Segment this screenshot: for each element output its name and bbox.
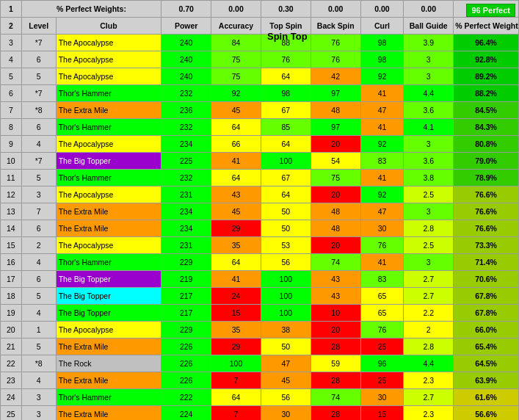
- topspin-cell: 64: [261, 68, 311, 85]
- ballguide-cell: 2: [404, 322, 454, 338]
- accuracy-cell: 66: [211, 136, 261, 153]
- row-num: 4: [1, 51, 22, 68]
- curl-cell: 47: [360, 102, 404, 119]
- power-cell: 231: [161, 187, 211, 203]
- table-row: 22 *8 The Rock 226 100 47 59 96 4.4 64.5…: [1, 355, 519, 372]
- curl-cell: 41: [360, 254, 404, 271]
- ballguide-cell: 2.5: [404, 187, 454, 203]
- backspin-cell: 74: [311, 254, 360, 271]
- row-num: 23: [1, 372, 22, 389]
- curl-cell: 65: [360, 288, 404, 305]
- accuracy-cell: 15: [211, 305, 261, 322]
- weight-power: 0.70: [161, 1, 211, 18]
- backspin-cell: 42: [311, 68, 360, 85]
- ballguide-cell: 4.4: [404, 85, 454, 102]
- topspin-cell: 100: [261, 288, 311, 305]
- club-cell: The Big Topper: [56, 305, 161, 322]
- topspin-cell: 50: [261, 220, 311, 237]
- backspin-cell: 28: [311, 338, 360, 355]
- level-cell: *7: [21, 153, 56, 170]
- accuracy-cell: 64: [211, 254, 261, 271]
- table-row: 13 7 The Extra Mile 234 45 50 48 47 3 76…: [1, 203, 519, 220]
- accuracy-cell: 41: [211, 271, 261, 288]
- club-cell: The Apocalypse: [56, 68, 161, 85]
- row-num: 8: [1, 119, 22, 136]
- club-cell: Thor's Hammer: [56, 170, 161, 187]
- level-cell: 2: [21, 237, 56, 254]
- table-row: 20 1 The Apocalypse 229 35 38 20 76 2 66…: [1, 322, 519, 338]
- club-cell: Thor's Hammer: [56, 85, 161, 102]
- curl-cell: 30: [360, 220, 404, 237]
- power-cell: 229: [161, 322, 211, 338]
- topspin-cell: 50: [261, 203, 311, 220]
- topspin-cell: 56: [261, 254, 311, 271]
- power-cell: 225: [161, 153, 211, 170]
- col-headers-row: 2 Level Club Power Accuracy Top Spin Bac…: [1, 18, 519, 35]
- club-cell: The Apocalypse: [56, 322, 161, 338]
- ballguide-cell: 2.5: [404, 237, 454, 254]
- level-cell: 3: [21, 406, 56, 421]
- table-row: 5 5 The Apocalypse 240 75 64 42 92 3 89.…: [1, 68, 519, 85]
- power-cell: 224: [161, 406, 211, 421]
- row-num: 10: [1, 153, 22, 170]
- row-num: 19: [1, 305, 22, 322]
- level-cell: 4: [21, 254, 56, 271]
- level-cell: 1: [21, 322, 56, 338]
- table-row: 23 4 The Extra Mile 226 7 45 28 25 2.3 6…: [1, 372, 519, 389]
- accuracy-cell: 75: [211, 68, 261, 85]
- accuracy-cell: 43: [211, 187, 261, 203]
- backspin-cell: 97: [311, 85, 360, 102]
- curl-cell: 47: [360, 203, 404, 220]
- ballguide-cell: 2.7: [404, 271, 454, 288]
- backspin-cell: 10: [311, 305, 360, 322]
- backspin-cell: 48: [311, 220, 360, 237]
- table-row: 21 5 The Extra Mile 226 29 50 28 25 2.8 …: [1, 338, 519, 355]
- table-row: 10 *7 The Big Topper 225 41 100 54 83 3.…: [1, 153, 519, 170]
- topspin-cell: 100: [261, 271, 311, 288]
- ballguide-cell: 4.1: [404, 119, 454, 136]
- weight-backspin: 0.00: [311, 1, 360, 18]
- col-curl: Curl: [360, 18, 404, 35]
- ballguide-cell: 3: [404, 68, 454, 85]
- level-cell: 4: [21, 136, 56, 153]
- topspin-cell: 50: [261, 338, 311, 355]
- power-cell: 217: [161, 305, 211, 322]
- curl-cell: 30: [360, 389, 404, 406]
- accuracy-cell: 7: [211, 372, 261, 389]
- club-cell: The Apocalypse: [56, 136, 161, 153]
- table-row: 9 4 The Apocalypse 234 66 64 20 92 3 80.…: [1, 136, 519, 153]
- row-num: 9: [1, 136, 22, 153]
- curl-cell: 76: [360, 237, 404, 254]
- accuracy-cell: 45: [211, 102, 261, 119]
- level-cell: 3: [21, 389, 56, 406]
- ballguide-cell: 2.8: [404, 338, 454, 355]
- table-row: 25 3 The Extra Mile 224 7 30 28 15 2.3 5…: [1, 406, 519, 421]
- ballguide-cell: 3.8: [404, 170, 454, 187]
- accuracy-cell: 75: [211, 51, 261, 68]
- accuracy-cell: 41: [211, 153, 261, 170]
- club-cell: The Extra Mile: [56, 406, 161, 421]
- curl-cell: 83: [360, 153, 404, 170]
- ballguide-cell: 3: [404, 136, 454, 153]
- table-row: 3 *7 The Apocalypse 240 84 88 76 98 3.9 …: [1, 35, 519, 51]
- weights-row: 1 % Perfect Weights: 0.70 0.00 0.30 0.00…: [1, 1, 519, 18]
- curl-cell: 96: [360, 355, 404, 372]
- power-cell: 222: [161, 389, 211, 406]
- table-row: 19 4 The Big Topper 217 15 100 10 65 2.2…: [1, 305, 519, 322]
- topspin-cell: 100: [261, 305, 311, 322]
- pctperf-cell: 92.8%: [454, 51, 519, 68]
- backspin-cell: 43: [311, 271, 360, 288]
- topspin-cell: 85: [261, 119, 311, 136]
- power-cell: 240: [161, 51, 211, 68]
- level-cell: 6: [21, 220, 56, 237]
- weight-ballguide: 0.00: [404, 1, 454, 18]
- level-cell: 5: [21, 170, 56, 187]
- accuracy-cell: 45: [211, 203, 261, 220]
- col-accuracy: Accuracy: [211, 18, 261, 35]
- row-num: 13: [1, 203, 22, 220]
- pctperf-cell: 70.6%: [454, 271, 519, 288]
- curl-cell: 76: [360, 322, 404, 338]
- backspin-cell: 20: [311, 237, 360, 254]
- ballguide-cell: 3.6: [404, 153, 454, 170]
- pctperf-cell: 78.9%: [454, 170, 519, 187]
